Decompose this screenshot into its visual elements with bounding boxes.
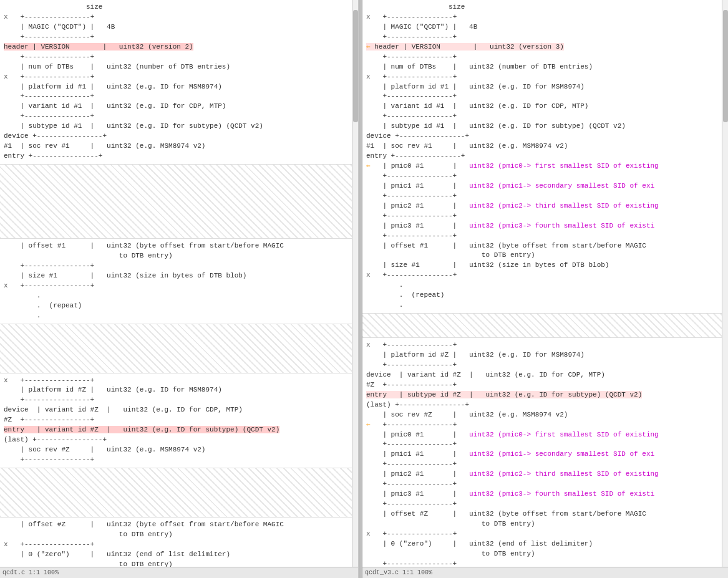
right-pmic2-z-2: +----------------+	[366, 480, 457, 488]
left-line-1: x +----------------+	[4, 13, 94, 21]
left-line-25: (last) +----------------+	[4, 436, 107, 443]
left-line-23: #Z +----------------+	[4, 416, 94, 423]
right-pmic3: | pmic3 #1 | uint32 (pmic3-> fourth smal…	[366, 222, 654, 229]
right-device-z: device | variant id #Z | uint32 (e.g. ID…	[366, 371, 605, 378]
right-line-offset1: | offset #1 | uint32 (byte offset from s…	[366, 242, 646, 249]
right-line-pmic0-2: +----------------+	[366, 172, 457, 180]
right-pmic1: | pmic1 #1 | uint32 (pmic1-> secondary s…	[366, 182, 654, 190]
left-line-14: #1 | soc rev #1 | uint32 (e.g. MSM8974 v…	[4, 142, 205, 150]
left-line-offset-2: to DTB entry)	[4, 252, 173, 259]
right-line-31: +----------------+	[366, 560, 457, 567]
left-footer-text: qcdt.c 1:1 100%	[2, 569, 59, 576]
right-pmic2-z: | pmic2 #1 | uint32 (pmic2-> third small…	[366, 470, 659, 478]
left-line-3: +----------------+	[4, 33, 94, 41]
left-line-19: x +----------------+	[4, 377, 94, 384]
right-dots-1: .	[366, 281, 403, 289]
left-dots-3: .	[4, 312, 41, 319]
left-line-17: | size #1 | uint32 (size in bytes of DTB…	[4, 272, 246, 279]
right-line-3: +----------------+	[366, 33, 457, 41]
left-scrollbar-thumb[interactable]	[353, 10, 358, 122]
left-line-12: | subtype id #1 | uint32 (e.g. ID for su…	[4, 122, 263, 130]
right-pmic1-z: | pmic1 #1 | uint32 (pmic1-> secondary s…	[366, 450, 654, 458]
right-line-12: | subtype id #1 | uint32 (e.g. ID for su…	[366, 122, 626, 130]
left-line-29: | 0 ("zero") | uint32 (end of list delim…	[4, 551, 230, 558]
right-pmic3-z: | pmic3 #1 | uint32 (pmic3-> fourth smal…	[366, 490, 654, 498]
left-pane-content: size x +----------------+ | MAGIC ("QCDT…	[0, 0, 358, 164]
right-line-7: x +----------------+	[366, 73, 457, 80]
right-line-x: x +----------------+	[366, 271, 457, 279]
right-footer-text: qcdt_v3.c 1:1 100%	[365, 569, 432, 576]
right-line-26: | soc rev #Z | uint32 (e.g. MSM8974 v2)	[366, 411, 568, 418]
right-line-pmic2-2: +----------------+	[366, 212, 457, 219]
left-line-15: entry +----------------+	[4, 152, 102, 160]
left-device-z: device | variant id #Z | uint32 (e.g. ID…	[4, 406, 243, 413]
right-dots-2: . (repeat)	[366, 291, 444, 299]
left-pane-content-4: | offset #Z | uint32 (byte offset from s…	[0, 518, 358, 567]
right-pane-content: size x +----------------+ | MAGIC ("QCDT…	[362, 0, 728, 313]
left-line-10: | variant id #1 | uint32 (e.g. ID for CD…	[4, 102, 226, 110]
right-pane: size x +----------------+ | MAGIC ("QCDT…	[362, 0, 728, 578]
right-line-25: (last) +----------------+	[366, 401, 469, 408]
left-line-2: | MAGIC ("QCDT") | 4B	[4, 23, 115, 31]
right-pmic1-z-2: +----------------+	[366, 460, 457, 468]
left-size-header: size	[4, 3, 102, 11]
right-entry-z: entry | subtype id #Z | uint32 (e.g. ID …	[366, 391, 642, 398]
right-line-8: | platform id #1 | uint32 (e.g. ID for M…	[366, 83, 585, 90]
left-line-28: x +----------------+	[4, 541, 94, 548]
left-dots-2: . (repeat)	[4, 302, 82, 309]
left-line-30: to DTB entry)	[4, 561, 173, 567]
right-line-x2: x +----------------+	[366, 530, 457, 537]
right-line-11: +----------------+	[366, 112, 457, 120]
right-device-label: device +----------------+	[366, 132, 469, 140]
left-pane-content-2: | offset #1 | uint32 (byte offset from s…	[0, 239, 358, 324]
left-line-7: x +----------------+	[4, 73, 94, 80]
main-container: size x +----------------+ | MAGIC ("QCDT…	[0, 0, 728, 578]
right-line-pmic3-2: +----------------+	[366, 232, 457, 239]
right-line-14: #1 | soc rev #1 | uint32 (e.g. MSM8974 v…	[366, 142, 568, 150]
right-line-20: | platform id #Z | uint32 (e.g. ID for M…	[366, 351, 585, 359]
right-scrollbar[interactable]	[722, 0, 728, 567]
left-line-21: +----------------+	[4, 396, 94, 403]
right-line-9: +----------------+	[366, 92, 457, 100]
right-pmic0-z-2: +----------------+	[366, 440, 457, 448]
left-pane: size x +----------------+ | MAGIC ("QCDT…	[0, 0, 359, 578]
right-line-2: | MAGIC ("QCDT") | 4B	[366, 23, 477, 31]
right-offset-z-2: to DTB entry)	[366, 520, 535, 527]
right-arrow-1: ⇐	[366, 43, 371, 51]
right-line-21: +----------------+	[366, 361, 457, 368]
left-line-26: | soc rev #Z | uint32 (e.g. MSM8974 v2)	[4, 446, 205, 453]
right-line-10: | variant id #1 | uint32 (e.g. ID for CD…	[366, 102, 588, 110]
right-arrow-pmic0: ⇐ | pmic0 #1 | uint32 (pmic0-> first sma…	[366, 162, 659, 170]
left-line-27: +----------------+	[4, 456, 94, 463]
right-line-5: +----------------+	[366, 53, 457, 60]
right-bottom-bar: qcdt_v3.c 1:1 100%	[362, 567, 728, 578]
left-bottom-bar: qcdt.c 1:1 100%	[0, 567, 358, 578]
right-entry-label: entry +----------------+	[366, 152, 465, 160]
left-line-16: +----------------+	[4, 262, 94, 269]
left-line-offset-z2: to DTB entry)	[4, 531, 173, 538]
right-line-size1: | size #1 | uint32 (size in bytes of DTB…	[366, 261, 609, 269]
left-line-offset: | offset #1 | uint32 (byte offset from s…	[4, 242, 284, 249]
left-line-11: +----------------+	[4, 112, 94, 120]
right-header-row: ⇐ header | VERSION | uint32 (version 3)	[366, 43, 564, 51]
left-line-5: +----------------+	[4, 53, 94, 60]
left-device-label: device +----------------+	[4, 132, 107, 140]
left-line-20: | platform id #Z | uint32 (e.g. ID for M…	[4, 386, 222, 393]
right-pane-content-2: x +----------------+ | platform id #Z | …	[362, 338, 728, 567]
right-pmic2: | pmic2 #1 | uint32 (pmic2-> third small…	[366, 202, 659, 210]
right-line-pmic1-2: +----------------+	[366, 192, 457, 200]
right-offset-z: | offset #Z | uint32 (byte offset from s…	[366, 510, 646, 518]
right-size-header: size	[366, 3, 465, 11]
left-line-9: +----------------+	[4, 92, 94, 100]
right-scrollbar-thumb[interactable]	[723, 10, 728, 122]
left-line-offset-z: | offset #Z | uint32 (byte offset from s…	[4, 521, 284, 528]
right-line-offset1-2: to DTB entry)	[366, 251, 535, 259]
right-line-1: x +----------------+	[366, 13, 457, 21]
left-line-6: | num of DTBs | uint32 (number of DTB en…	[4, 63, 230, 70]
left-scrollbar[interactable]	[352, 0, 358, 567]
right-zero-z: | 0 ("zero") | uint32 (end of list delim…	[366, 540, 593, 547]
right-line-23: #Z +----------------+	[366, 381, 457, 388]
right-dots-3: .	[366, 301, 403, 309]
right-pmic0-z: | pmic0 #1 | uint32 (pmic0-> first small…	[366, 431, 659, 438]
right-pmic3-z-2: +----------------+	[366, 500, 457, 508]
